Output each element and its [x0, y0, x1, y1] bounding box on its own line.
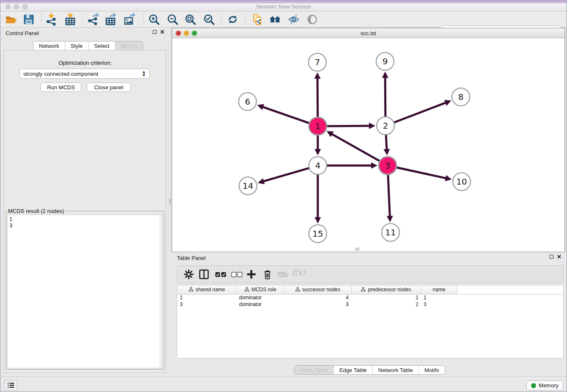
close-table-panel-icon[interactable]: ✕: [557, 255, 561, 259]
open-session-icon[interactable]: [5, 13, 17, 26]
graph-edge[interactable]: [326, 126, 370, 126]
deselect-all-checkboxes-icon[interactable]: [231, 269, 243, 280]
network-window-title: scc.txt: [172, 30, 564, 36]
table-panel-header: Table Panel ✕: [172, 252, 567, 263]
delete-column-icon[interactable]: [262, 269, 273, 280]
graph-node-label: 1: [315, 121, 321, 131]
optimization-criterion-label: Optimization criterion:: [4, 60, 166, 66]
column-header-mcds-role[interactable]: MCDS role: [237, 285, 284, 294]
tab-node-table[interactable]: Node Table: [295, 366, 333, 374]
table-cell[interactable]: 1: [351, 294, 421, 301]
mcds-result-scrollbar[interactable]: [159, 215, 162, 368]
hide-panels-eye-slash-icon[interactable]: [287, 13, 300, 26]
show-columns-icon[interactable]: [198, 269, 209, 280]
graph-edge-arrowhead: [314, 72, 321, 79]
export-network-icon[interactable]: [87, 13, 99, 26]
zoom-in-icon[interactable]: [148, 13, 160, 26]
graph-node-label: 11: [385, 227, 396, 237]
memory-button[interactable]: Memory: [526, 381, 563, 390]
graph-edge[interactable]: [396, 167, 447, 178]
table-cell[interactable]: 3: [421, 301, 457, 308]
settings-gear-icon[interactable]: [183, 269, 194, 280]
column-header-shared-name[interactable]: shared name: [177, 285, 237, 294]
export-image-icon[interactable]: [123, 13, 136, 26]
graph-edge[interactable]: [262, 107, 310, 124]
graph-edge[interactable]: [317, 77, 318, 118]
zoom-fit-icon[interactable]: [184, 13, 197, 26]
hierarchy-icon: [189, 287, 193, 292]
graph-edge[interactable]: [393, 102, 447, 123]
network-canvas[interactable]: 7968124314101511: [172, 38, 564, 251]
delete-table-icon[interactable]: [277, 269, 289, 280]
show-panels-eye-icon[interactable]: [306, 13, 319, 26]
table-tabs: Node Table Edge Table Network Table Moti…: [294, 365, 445, 375]
table-cell[interactable]: 3: [284, 301, 351, 308]
mcds-result-line: 3: [9, 222, 161, 229]
add-column-icon[interactable]: [246, 269, 257, 280]
import-table-icon[interactable]: [64, 13, 77, 26]
network-hscroll-handle[interactable]: [355, 248, 359, 251]
table-cell[interactable]: 3: [177, 301, 237, 308]
column-header-successor-nodes[interactable]: successor nodes: [284, 285, 351, 294]
graph-edge-arrowhead: [258, 178, 264, 184]
tab-select[interactable]: Select: [88, 41, 115, 50]
float-panel-icon[interactable]: [153, 30, 157, 34]
column-header-predecessor-nodes[interactable]: predecessor nodes: [351, 285, 421, 294]
table-row[interactable]: 1dominator411: [177, 294, 563, 301]
tab-edge-table[interactable]: Edge Table: [333, 366, 372, 374]
hierarchy-icon: [361, 287, 366, 292]
node-table[interactable]: shared name MCDS role successor nodes pr…: [177, 285, 564, 359]
zoom-selected-icon[interactable]: [203, 13, 215, 26]
show-log-button[interactable]: [5, 380, 17, 390]
table-tabs-row: Node Table Edge Table Network Table Moti…: [172, 365, 567, 376]
graph-node-label: 6: [245, 97, 250, 107]
node-table-body: 1dominator4113dominator323: [177, 294, 563, 308]
graph-edge[interactable]: [263, 168, 310, 182]
table-cell[interactable]: 2: [351, 301, 421, 308]
refresh-layout-icon[interactable]: [226, 13, 239, 26]
clone-network-icon[interactable]: [251, 13, 264, 26]
select-all-checkboxes-icon[interactable]: [215, 269, 227, 280]
window-title: Session: New Session: [0, 3, 567, 10]
mcds-result-text[interactable]: 1 3: [7, 215, 163, 368]
control-panel-header: Control Panel ✕: [0, 28, 170, 39]
table-cell[interactable]: dominator: [237, 294, 284, 301]
graph-edge[interactable]: [386, 134, 387, 150]
criterion-dropdown[interactable]: strongly connected component ▲▼: [19, 69, 150, 79]
table-cell-filler: [457, 294, 563, 301]
close-panel-button[interactable]: Close panel: [87, 83, 131, 92]
import-network-icon[interactable]: [45, 13, 58, 26]
graph-node-label: 8: [458, 92, 464, 102]
table-cell[interactable]: 4: [284, 294, 351, 301]
table-cell[interactable]: dominator: [237, 301, 284, 308]
split-divider-handle[interactable]: [169, 199, 171, 204]
home-icon[interactable]: [269, 13, 281, 26]
split-divider[interactable]: [169, 28, 171, 376]
status-bar: Memory: [0, 376, 567, 392]
graph-edge[interactable]: [388, 174, 390, 217]
table-cell[interactable]: 1: [177, 294, 237, 301]
node-table-grid: shared name MCDS role successor nodes pr…: [177, 285, 563, 308]
toolbar-separator: [41, 14, 41, 25]
graph-node-label: 10: [456, 177, 467, 187]
hierarchy-icon: [245, 287, 249, 292]
close-panel-icon[interactable]: ✕: [160, 30, 165, 34]
save-session-icon[interactable]: [22, 13, 35, 26]
float-table-panel-icon[interactable]: [550, 255, 553, 259]
column-header-name[interactable]: name: [421, 285, 457, 294]
tab-mcds[interactable]: MCDS: [115, 41, 143, 50]
tab-network[interactable]: Network: [33, 41, 65, 50]
tab-motifs[interactable]: Motifs: [418, 366, 445, 374]
export-table-icon[interactable]: [105, 13, 117, 26]
table-cell[interactable]: 1: [421, 294, 457, 301]
graph-edge-arrowhead: [315, 149, 321, 155]
zoom-out-icon[interactable]: [166, 13, 179, 26]
run-mcds-button[interactable]: Run MCDS: [41, 83, 81, 92]
graph-node-label: 3: [385, 160, 391, 171]
network-view-window: scc.txt 7968124314101511: [172, 28, 565, 251]
tab-network-table[interactable]: Network Table: [372, 366, 418, 374]
graph-edge[interactable]: [385, 77, 385, 118]
graph-edge[interactable]: [331, 134, 380, 162]
table-row[interactable]: 3dominator323: [177, 301, 563, 308]
tab-style[interactable]: Style: [65, 41, 88, 50]
